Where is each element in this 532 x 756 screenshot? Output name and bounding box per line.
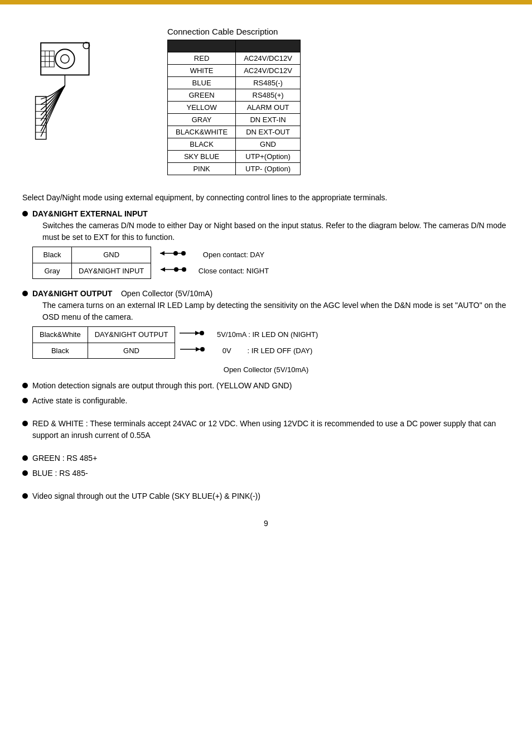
rs485-text-1: GREEN : RS 485+ (32, 452, 97, 464)
alarm-bullet-1: Motion detection signals are output thro… (22, 380, 510, 392)
svg-point-22 (182, 267, 186, 272)
section1-bullet: DAY&NIGHT EXTERNAL INPUT Switches the ca… (22, 208, 510, 279)
table-row: GRAYDN EXT-IN (168, 114, 301, 126)
header-col2 (236, 40, 301, 52)
bullet-dot-rs485-2 (22, 470, 28, 476)
page-number: 9 (22, 519, 510, 528)
table-row: SKY BLUEUTP+(Option) (168, 151, 301, 163)
bullet-dot-utp-1 (22, 493, 28, 499)
dn-ext-row-1: Black GND Ope (33, 247, 276, 263)
conn-col1: PINK (168, 163, 236, 175)
utp-bullet-1: Video signal through out the UTP Cable (… (22, 490, 510, 502)
conn-col1: YELLOW (168, 102, 236, 114)
svg-rect-10 (36, 97, 46, 139)
section2-subtitle: Open Collector (5V/10mA) (121, 289, 212, 298)
conn-col2: AC24V/DC12V (236, 65, 301, 77)
section2-content: DAY&NIGHT OUTPUT Open Collector (5V/10mA… (32, 288, 510, 359)
section2-title: DAY&NIGHT OUTPUT (32, 289, 112, 298)
dn-ext-cell-gnd: GND (72, 247, 151, 263)
svg-marker-21 (161, 267, 165, 272)
connection-table-wrapper: Connection Cable Description REDAC24V/DC… (167, 27, 510, 175)
section1-title: DAY&NIGHT EXTERNAL INPUT (32, 209, 148, 218)
power-section: RED & WHITE : These terminals accept 24V… (22, 418, 510, 441)
bullet-dot-alarm-2 (22, 398, 28, 403)
dn-ext-row-2: Gray DAY&NIGHT INPUT Close conta (33, 263, 276, 279)
dn-out-row-2: Black GND 0V : IR LED OFF (DAY) (33, 343, 325, 359)
conn-col1: RED (168, 52, 236, 65)
dn-out-arrow-2 (175, 343, 210, 359)
svg-point-29 (200, 347, 205, 351)
alarm-text-2: Active state is configurable. (32, 395, 127, 407)
dn-out-cell-output: DAY&NIGHT OUTPUT (88, 327, 175, 343)
utp-section: Video signal through out the UTP Cable (… (22, 490, 510, 502)
camera-diagram (22, 27, 151, 175)
svg-point-2 (61, 55, 69, 63)
rs485-bullet-2: BLUE : RS 485- (22, 468, 510, 479)
intro-text: Select Day/Night mode using external equ… (22, 192, 510, 204)
dn-external-table: Black GND Ope (32, 247, 276, 279)
dn-output-table: Black&White DAY&NIGHT OUTPUT 5V/10mA : I… (32, 326, 325, 359)
alarm-bullet-2: Active state is configurable. (22, 395, 510, 407)
conn-col1: GRAY (168, 114, 236, 126)
bullet-dot-2 (22, 291, 28, 296)
bullet-dot-rs485-1 (22, 455, 28, 461)
svg-point-19 (173, 251, 178, 256)
table-row: PINKUTP- (Option) (168, 163, 301, 175)
svg-marker-28 (196, 347, 200, 351)
dn-ext-arrow-2 (151, 263, 192, 279)
top-bar (0, 0, 532, 4)
conn-col1: SKY BLUE (168, 151, 236, 163)
conn-col2: DN EXT-OUT (236, 126, 301, 138)
svg-marker-25 (195, 331, 200, 335)
alarm-section: Open Collector (5V/10mA) Motion detectio… (22, 364, 510, 407)
dn-ext-cell-input: DAY&NIGHT INPUT (72, 263, 151, 279)
table-row: WHITEAC24V/DC12V (168, 65, 301, 77)
bullet-dot-power-1 (22, 421, 28, 426)
dn-ext-label-1: Open contact: DAY (192, 247, 275, 263)
dn-out-label-2: 0V : IR LED OFF (DAY) (210, 343, 325, 359)
bullet-dot-1 (22, 211, 28, 216)
table-header-row (168, 40, 301, 52)
table-row: BLUERS485(-) (168, 77, 301, 89)
table-row: YELLOWALARM OUT (168, 102, 301, 114)
conn-col1: BLACK&WHITE (168, 126, 236, 138)
svg-rect-4 (41, 51, 54, 67)
conn-col2: DN EXT-IN (236, 114, 301, 126)
dn-ext-label-2: Close contact: NIGHT (192, 263, 275, 279)
svg-rect-0 (41, 43, 89, 75)
connection-table: REDAC24V/DC12VWHITEAC24V/DC12VBLUERS485(… (167, 40, 301, 175)
conn-col1: GREEN (168, 89, 236, 102)
conn-col1: BLACK (168, 138, 236, 151)
section1-content: DAY&NIGHT EXTERNAL INPUT Switches the ca… (32, 208, 510, 279)
section2-body: The camera turns on an external IR LED L… (32, 300, 510, 323)
section2-bullet: DAY&NIGHT OUTPUT Open Collector (5V/10mA… (22, 288, 510, 359)
page-content: Connection Cable Description REDAC24V/DC… (0, 4, 532, 550)
camera-svg (22, 27, 145, 161)
header-col1 (168, 40, 236, 52)
svg-point-23 (174, 267, 178, 272)
dn-out-label-1: 5V/10mA : IR LED ON (NIGHT) (210, 327, 325, 343)
power-text-1: RED & WHITE : These terminals accept 24V… (32, 418, 510, 441)
table-row: GREENRS485(+) (168, 89, 301, 102)
open-collector-label: Open Collector (5V/10mA) (22, 364, 510, 375)
diagram-section: Connection Cable Description REDAC24V/DC… (22, 27, 510, 175)
rs485-text-2: BLUE : RS 485- (32, 468, 88, 479)
svg-marker-17 (160, 251, 165, 256)
conn-col1: BLUE (168, 77, 236, 89)
table-row: BLACK&WHITEDN EXT-OUT (168, 126, 301, 138)
section1-body: Switches the cameras D/N mode to either … (32, 220, 510, 243)
dn-ext-cell-black: Black (33, 247, 72, 263)
dn-ext-arrow-1 (151, 247, 192, 263)
dn-out-cell-black: Black (33, 343, 88, 359)
connection-title: Connection Cable Description (167, 27, 510, 36)
power-bullet-1: RED & WHITE : These terminals accept 24V… (22, 418, 510, 441)
conn-col2: UTP- (Option) (236, 163, 301, 175)
rs485-section: GREEN : RS 485+ BLUE : RS 485- (22, 452, 510, 479)
dn-output-diagram: Black&White DAY&NIGHT OUTPUT 5V/10mA : I… (32, 326, 510, 359)
conn-col1: WHITE (168, 65, 236, 77)
conn-col2: RS485(+) (236, 89, 301, 102)
conn-col2: AC24V/DC12V (236, 52, 301, 65)
utp-text-1: Video signal through out the UTP Cable (… (32, 490, 260, 502)
svg-point-1 (55, 49, 75, 69)
table-row: REDAC24V/DC12V (168, 52, 301, 65)
